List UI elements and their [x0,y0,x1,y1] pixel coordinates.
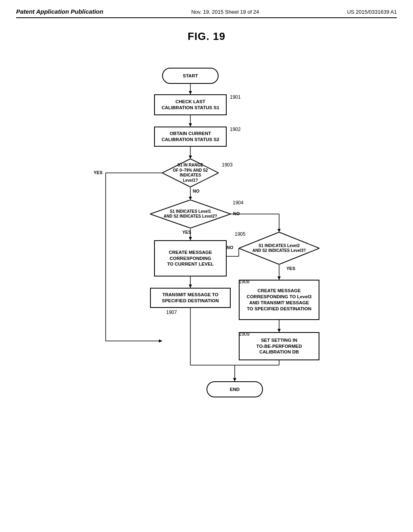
end-node: END [206,381,263,397]
header-left: Patent Application Publication [16,8,103,15]
node-1905: S1 INDICATES Level2 AND S2 INDICATES Lev… [239,232,319,264]
svg-marker-11 [159,339,162,343]
ref-1905: 1905 [235,231,246,237]
yes-label-1903: YES [94,170,102,175]
no-label-1904: NO [233,211,240,216]
ref-1903: 1903 [222,162,233,168]
node-1907: TRANSMIT MESSAGE TO SPECIFIED DESTINATIO… [150,288,231,308]
page: Patent Application Publication Nov. 19, … [0,0,413,532]
node-1904: S1 INDICATES Level1 AND S2 INDICATES Lev… [150,200,231,228]
node-1909: SET SETTING IN TO-BE-PERFORMED CALIBRATI… [239,332,319,360]
svg-marker-3 [189,123,192,127]
ref-1901: 1901 [230,94,241,100]
start-node: START [162,68,219,84]
svg-marker-7 [189,197,192,200]
no-label-1905: NO [227,245,234,250]
node-1901: CHECK LAST CALIBRATION STATUS S1 [154,94,227,115]
ref-1908: 1908 [239,279,250,285]
node-1908: CREATE MESSAGE CORRESPONDING TO Level3 A… [239,280,319,320]
ref-1909: 1909 [239,331,250,337]
svg-marker-5 [189,156,192,159]
no-label-1903: NO [193,189,200,193]
node-1903: S1 IN RANGE OF 0–79% AND S2 INDICATES Le… [162,159,219,187]
yes-label-1904: YES [182,230,191,235]
page-header: Patent Application Publication Nov. 19, … [16,8,397,18]
ref-1907: 1907 [166,310,177,315]
svg-marker-31 [233,378,236,381]
svg-marker-24 [189,285,192,288]
node-1902: OBTAIN CURRENT CALIBRATION STATUS S2 [154,127,227,147]
node-1906: CREATE MESSAGE CORRESPONDING TO CURRENT … [154,240,227,276]
yes-label-1905: YES [286,266,295,271]
figure-title: FIG. 19 [16,30,397,43]
svg-marker-18 [277,276,281,280]
svg-marker-16 [277,229,281,232]
ref-1902: 1902 [230,127,241,132]
header-right: US 2015/0331639 A1 [347,9,397,15]
svg-marker-26 [277,329,281,332]
svg-marker-1 [189,91,192,94]
svg-marker-13 [189,237,192,240]
ref-1904: 1904 [233,200,244,206]
flowchart: START CHECK LAST CALIBRATION STATUS S1 1… [65,59,348,482]
header-center: Nov. 19, 2015 Sheet 19 of 24 [191,9,259,15]
